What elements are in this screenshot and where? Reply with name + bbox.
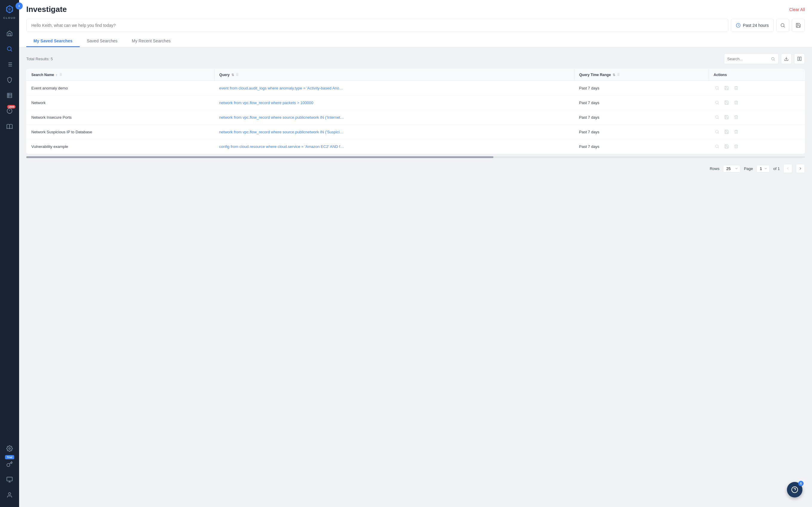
svg-point-6	[781, 23, 784, 27]
sidebar-item-rules[interactable]	[2, 57, 17, 71]
cell-search-name-0: Event anomaly demo	[27, 81, 215, 96]
alerts-badge: 1889	[7, 105, 15, 109]
delete-btn-1[interactable]	[732, 99, 740, 106]
rows-per-page-select[interactable]: 25 50 100	[723, 165, 740, 172]
svg-rect-3	[7, 477, 12, 481]
sidebar-item-trial[interactable]: Trial	[2, 457, 17, 471]
run-search-btn-4[interactable]	[713, 143, 721, 150]
svg-point-7	[772, 57, 774, 60]
table-search-input[interactable]	[727, 57, 769, 61]
clear-all-button[interactable]: Clear All	[789, 7, 805, 12]
cell-time-range-4: Past 7 days	[574, 139, 709, 154]
cell-actions-1	[709, 96, 805, 110]
sidebar-item-monitor[interactable]	[2, 472, 17, 487]
cell-query-2: network from vpc.flow_record where sourc…	[214, 110, 574, 125]
svg-point-2	[9, 448, 10, 449]
save-btn-4[interactable]	[723, 143, 730, 150]
cell-search-name-4: Vulnerability example	[27, 139, 215, 154]
tab-my-saved-searches[interactable]: My Saved Searches	[26, 36, 80, 47]
run-search-btn-0[interactable]	[713, 84, 721, 92]
help-button[interactable]: 6	[787, 482, 803, 498]
col-query-time-range: Query Time Range ⇅ ⠿	[574, 69, 709, 81]
drag-handle-time-range[interactable]: ⠿	[617, 73, 620, 77]
page-select[interactable]: 1	[757, 165, 770, 172]
next-page-button[interactable]	[796, 164, 805, 173]
time-range-picker[interactable]: Past 24 hours	[731, 19, 774, 32]
svg-point-13	[716, 116, 718, 118]
top-bar: Investigate Clear All Past 24 hours	[19, 0, 812, 47]
save-btn-0[interactable]	[723, 84, 730, 92]
content-area: Total Results: 5	[19, 47, 812, 507]
sidebar-bottom: Trial	[2, 441, 17, 507]
columns-button[interactable]	[794, 53, 805, 64]
query-link-2[interactable]: network from vpc.flow_record where sourc…	[219, 115, 345, 120]
table-row: Vulnerability example config from cloud.…	[27, 139, 805, 154]
run-search-btn-2[interactable]	[713, 114, 721, 121]
run-search-btn-3[interactable]	[713, 128, 721, 135]
sidebar-toggle[interactable]	[15, 2, 23, 9]
col-query: Query ⇅ ⠿	[214, 69, 574, 81]
cell-query-1: network from vpc.flow_record where packe…	[214, 96, 574, 110]
run-search-btn-1[interactable]	[713, 99, 721, 106]
svg-point-12	[716, 101, 718, 104]
save-btn-1[interactable]	[723, 99, 730, 106]
page-label: Page	[744, 166, 753, 171]
svg-point-4	[8, 493, 10, 495]
delete-btn-2[interactable]	[732, 114, 740, 121]
tab-my-recent-searches[interactable]: My Recent Searches	[124, 36, 177, 47]
rows-label: Rows	[710, 166, 719, 171]
drag-handle-query[interactable]: ⠿	[236, 73, 239, 77]
sort-icon-time-range[interactable]: ⇅	[613, 73, 615, 77]
search-bar-row: Past 24 hours	[26, 19, 805, 32]
delete-btn-0[interactable]	[732, 84, 740, 92]
query-link-1[interactable]: network from vpc.flow_record where packe…	[219, 101, 345, 105]
sidebar: CLOUD	[0, 0, 19, 507]
search-button[interactable]	[776, 19, 789, 32]
prev-page-button[interactable]	[783, 164, 792, 173]
sort-icon-search-name[interactable]: ↑	[56, 73, 58, 77]
sidebar-item-reports[interactable]	[2, 88, 17, 103]
trial-badge: Trial	[5, 455, 14, 459]
cell-search-name-3: Network Suspicious IP to Database	[27, 125, 215, 139]
main-content: Investigate Clear All Past 24 hours	[19, 0, 812, 507]
table-search-wrap	[724, 53, 778, 64]
sidebar-item-home[interactable]	[2, 26, 17, 41]
svg-point-11	[716, 87, 718, 89]
sidebar-item-book[interactable]	[2, 119, 17, 133]
tabs-row: My Saved Searches Saved Searches My Rece…	[26, 36, 805, 47]
sidebar-item-investigate[interactable]	[2, 42, 17, 56]
table-row: Network Suspicious IP to Database networ…	[27, 125, 805, 139]
main-search-wrap	[26, 19, 728, 32]
save-btn-2[interactable]	[723, 114, 730, 121]
page-title: Investigate	[26, 5, 67, 14]
delete-btn-4[interactable]	[732, 143, 740, 150]
tab-saved-searches[interactable]: Saved Searches	[80, 36, 125, 47]
download-button[interactable]	[781, 53, 792, 64]
drag-handle-search-name[interactable]: ⠿	[59, 73, 62, 77]
horizontal-scrollbar[interactable]	[26, 156, 805, 158]
cell-actions-4	[709, 139, 805, 154]
sidebar-item-shield[interactable]	[2, 73, 17, 87]
query-link-0[interactable]: event from cloud.audit_logs where anomal…	[219, 86, 345, 90]
cell-query-4: config from cloud.resource where cloud.s…	[214, 139, 574, 154]
sidebar-item-settings[interactable]	[2, 441, 17, 456]
cell-query-3: network from vpc.flow_record where sourc…	[214, 125, 574, 139]
main-search-input[interactable]	[31, 23, 723, 28]
toolbar-right	[724, 53, 805, 64]
svg-rect-9	[798, 57, 799, 61]
cell-search-name-2: Network Insecure Ports	[27, 110, 215, 125]
page-header: Investigate Clear All	[26, 5, 805, 14]
save-search-button[interactable]	[792, 19, 805, 32]
sidebar-item-user[interactable]	[2, 488, 17, 502]
svg-point-15	[716, 145, 718, 148]
sidebar-item-alerts[interactable]: 1889	[2, 104, 17, 118]
svg-point-14	[716, 130, 718, 133]
svg-point-0	[7, 47, 11, 51]
query-link-4[interactable]: config from cloud.resource where cloud.s…	[219, 144, 345, 149]
sort-icon-query[interactable]: ⇅	[232, 73, 234, 77]
cell-time-range-3: Past 7 days	[574, 125, 709, 139]
cell-actions-3	[709, 125, 805, 139]
delete-btn-3[interactable]	[732, 128, 740, 135]
save-btn-3[interactable]	[723, 128, 730, 135]
query-link-3[interactable]: network from vpc.flow_record where sourc…	[219, 130, 345, 134]
